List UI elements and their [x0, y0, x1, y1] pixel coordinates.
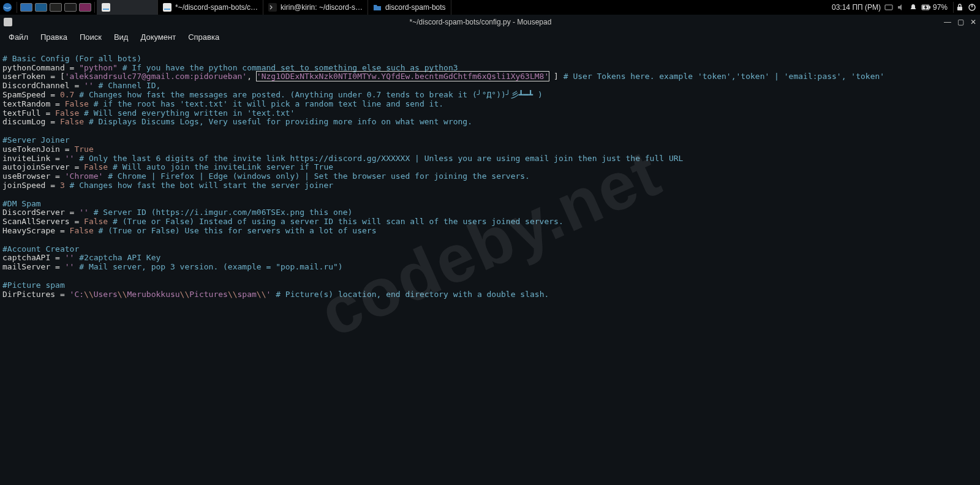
launcher-icon-2[interactable] — [34, 0, 48, 15]
clock[interactable]: 03:14 ПП (PM) — [832, 3, 881, 12]
menu-help[interactable]: Справка — [182, 31, 225, 43]
svg-rect-0 — [102, 3, 110, 12]
taskbar-entry-2[interactable]: kirin@kirin: ~/discord-s… — [263, 0, 368, 15]
taskbar-entry-label: discord-spam-bots — [385, 3, 446, 12]
menubar: Файл Правка Поиск Вид Документ Справка — [0, 29, 980, 44]
code-line: #Picture spam — [2, 280, 65, 290]
code-line: userToken = [ — [2, 72, 65, 81]
code-line: DiscordServer = — [2, 208, 79, 217]
taskbar-entry-editor[interactable] — [97, 0, 158, 15]
terminal-icon — [268, 3, 277, 12]
code-line: useTokenJoin = — [2, 145, 74, 154]
window-titlebar: *~/discord-spam-bots/config.py - Mousepa… — [0, 15, 980, 29]
app-menu-icon[interactable] — [0, 0, 15, 15]
window-minimize-button[interactable]: — — [944, 18, 951, 26]
code-line: textRandom = — [2, 99, 65, 108]
code-line: ScanAllServers = — [2, 217, 84, 226]
window-title: *~/discord-spam-bots/config.py - Mousepa… — [17, 18, 944, 26]
code-line: useBrowser = — [2, 171, 65, 181]
app-icon — [4, 18, 12, 26]
mousepad-icon — [102, 3, 110, 12]
svg-rect-3 — [164, 9, 170, 10]
code-line: #DM Spam — [2, 199, 41, 208]
taskbar-entry-3[interactable]: discord-spam-bots — [368, 0, 451, 15]
editor-area[interactable]: # Basic Config (For all bots) pythonComm… — [0, 44, 980, 300]
menu-view[interactable]: Вид — [108, 31, 135, 43]
lock-icon[interactable] — [956, 3, 964, 12]
window-close-button[interactable]: ✕ — [970, 18, 976, 26]
code-line: SpamSpeed = — [2, 90, 60, 99]
launcher-icon-5[interactable] — [78, 0, 92, 15]
code-line: joinSpeed = — [2, 181, 60, 190]
svg-rect-9 — [957, 7, 962, 10]
code-line: captchaAPI = — [2, 253, 65, 262]
svg-rect-2 — [163, 3, 172, 12]
battery-text: 97% — [933, 3, 948, 12]
code-line: #Server Joiner — [2, 135, 70, 145]
code-line: HeavyScrape = — [2, 226, 70, 235]
taskbar-entry-label: *~/discord-spam-bots/c… — [175, 3, 258, 12]
taskbar-entry-1[interactable]: *~/discord-spam-bots/c… — [158, 0, 263, 15]
svg-rect-1 — [103, 9, 109, 10]
keyboard-indicator-icon[interactable] — [884, 3, 893, 12]
volume-icon[interactable] — [897, 3, 905, 12]
menu-file[interactable]: Файл — [2, 31, 34, 43]
svg-rect-5 — [885, 5, 892, 10]
taskbar: *~/discord-spam-bots/c… kirin@kirin: ~/d… — [0, 0, 980, 15]
code-line: # Basic Config (For all bots) — [2, 54, 141, 63]
code-line: discumLog = — [2, 117, 60, 126]
code-line: mailServer = — [2, 262, 65, 271]
window-maximize-button[interactable]: ▢ — [957, 18, 964, 26]
menu-document[interactable]: Документ — [134, 31, 182, 43]
svg-rect-8 — [929, 6, 930, 9]
folder-icon — [373, 3, 382, 12]
mousepad-icon — [163, 3, 172, 12]
launcher-icon-3[interactable] — [48, 0, 63, 15]
menu-search[interactable]: Поиск — [74, 31, 108, 43]
power-icon[interactable] — [968, 3, 976, 12]
taskbar-entry-label: kirin@kirin: ~/discord-s… — [281, 3, 363, 12]
code-line: inviteLink = — [2, 154, 65, 163]
launcher-icon-4[interactable] — [63, 0, 78, 15]
launcher-icon-1[interactable] — [19, 0, 34, 15]
svg-rect-4 — [268, 3, 277, 12]
battery-icon[interactable]: 97% — [921, 3, 948, 12]
notifications-icon[interactable] — [909, 3, 918, 12]
code-line: #Account Creator — [2, 244, 79, 254]
code-line: textFull = — [2, 108, 55, 118]
code-line: autojoinServer = — [2, 162, 84, 171]
code-line: pythonCommand = — [2, 63, 79, 72]
code-line: DirPictures = — [2, 290, 70, 299]
code-line: DiscordChannel = — [2, 81, 84, 90]
menu-edit[interactable]: Правка — [34, 31, 74, 43]
